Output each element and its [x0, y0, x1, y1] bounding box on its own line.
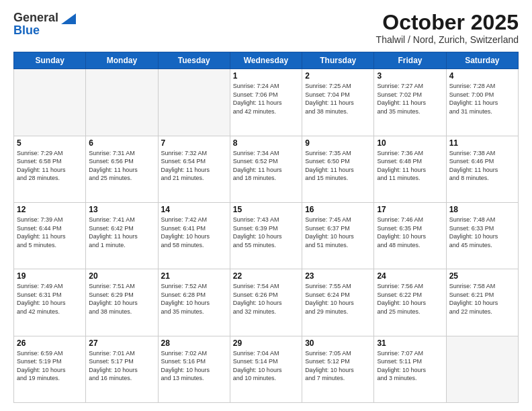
day-number: 9: [305, 138, 371, 148]
day-number: 29: [233, 338, 299, 348]
day-number: 26: [17, 338, 83, 348]
cell-text: Sunrise: 7:42 AM Sunset: 6:41 PM Dayligh…: [161, 216, 227, 249]
cell-text: Sunrise: 7:52 AM Sunset: 6:28 PM Dayligh…: [161, 282, 227, 316]
day-number: 3: [377, 71, 443, 81]
calendar-header-row: SundayMondayTuesdayWednesdayThursdayFrid…: [14, 52, 519, 69]
cell-text: Sunrise: 7:07 AM Sunset: 5:11 PM Dayligh…: [377, 349, 443, 383]
calendar-cell: 1Sunrise: 7:24 AM Sunset: 7:06 PM Daylig…: [230, 69, 302, 136]
cell-text: Sunrise: 7:25 AM Sunset: 7:04 PM Dayligh…: [305, 82, 371, 116]
cell-text: Sunrise: 7:45 AM Sunset: 6:37 PM Dayligh…: [305, 216, 371, 249]
day-number: 23: [305, 271, 371, 281]
cell-text: Sunrise: 7:01 AM Sunset: 5:17 PM Dayligh…: [89, 349, 154, 383]
cell-text: Sunrise: 7:41 AM Sunset: 6:42 PM Dayligh…: [89, 216, 154, 249]
calendar-cell: [14, 69, 86, 136]
calendar-cell: 16Sunrise: 7:45 AM Sunset: 6:37 PM Dayli…: [302, 202, 374, 269]
calendar-cell: 25Sunrise: 7:58 AM Sunset: 6:21 PM Dayli…: [446, 269, 518, 336]
calendar-cell: 26Sunrise: 6:59 AM Sunset: 5:19 PM Dayli…: [14, 336, 86, 402]
calendar-cell: 5Sunrise: 7:29 AM Sunset: 6:58 PM Daylig…: [14, 136, 86, 202]
calendar-cell: 9Sunrise: 7:35 AM Sunset: 6:50 PM Daylig…: [302, 136, 374, 202]
day-number: 27: [89, 338, 154, 348]
calendar-week-row: 19Sunrise: 7:49 AM Sunset: 6:31 PM Dayli…: [14, 269, 519, 336]
calendar-week-row: 5Sunrise: 7:29 AM Sunset: 6:58 PM Daylig…: [14, 136, 519, 202]
cell-text: Sunrise: 7:49 AM Sunset: 6:31 PM Dayligh…: [17, 282, 83, 316]
calendar-cell: 8Sunrise: 7:34 AM Sunset: 6:52 PM Daylig…: [230, 136, 302, 202]
day-number: 8: [233, 138, 299, 148]
calendar-cell: 3Sunrise: 7:27 AM Sunset: 7:02 PM Daylig…: [374, 69, 446, 136]
calendar-cell: [86, 69, 158, 136]
day-number: 5: [17, 138, 83, 148]
cell-text: Sunrise: 7:34 AM Sunset: 6:52 PM Dayligh…: [233, 149, 299, 183]
calendar-cell: 14Sunrise: 7:42 AM Sunset: 6:41 PM Dayli…: [158, 202, 230, 269]
calendar-cell: 15Sunrise: 7:43 AM Sunset: 6:39 PM Dayli…: [230, 202, 302, 269]
day-number: 14: [161, 205, 227, 214]
calendar-cell: 29Sunrise: 7:04 AM Sunset: 5:14 PM Dayli…: [230, 336, 302, 402]
day-number: 7: [161, 138, 227, 148]
cell-text: Sunrise: 7:51 AM Sunset: 6:29 PM Dayligh…: [89, 282, 154, 316]
cell-text: Sunrise: 7:48 AM Sunset: 6:33 PM Dayligh…: [449, 216, 515, 249]
calendar-week-row: 1Sunrise: 7:24 AM Sunset: 7:06 PM Daylig…: [14, 69, 519, 136]
header: General Blue October 2025 Thalwil / Nord…: [13, 11, 519, 45]
day-number: 28: [161, 338, 227, 348]
cell-text: Sunrise: 7:36 AM Sunset: 6:48 PM Dayligh…: [377, 149, 443, 183]
calendar-cell: 19Sunrise: 7:49 AM Sunset: 6:31 PM Dayli…: [14, 269, 86, 336]
calendar-cell: 12Sunrise: 7:39 AM Sunset: 6:44 PM Dayli…: [14, 202, 86, 269]
calendar-cell: 22Sunrise: 7:54 AM Sunset: 6:26 PM Dayli…: [230, 269, 302, 336]
day-number: 4: [449, 71, 515, 81]
cell-text: Sunrise: 7:04 AM Sunset: 5:14 PM Dayligh…: [233, 349, 299, 383]
subtitle: Thalwil / Nord, Zurich, Switzerland: [376, 34, 519, 45]
calendar-cell: 10Sunrise: 7:36 AM Sunset: 6:48 PM Dayli…: [374, 136, 446, 202]
day-number: 19: [17, 271, 83, 281]
calendar-day-header: Thursday: [302, 52, 374, 69]
cell-text: Sunrise: 7:31 AM Sunset: 6:56 PM Dayligh…: [89, 149, 154, 183]
day-number: 15: [233, 205, 299, 214]
calendar-cell: 24Sunrise: 7:56 AM Sunset: 6:22 PM Dayli…: [374, 269, 446, 336]
calendar-cell: 7Sunrise: 7:32 AM Sunset: 6:54 PM Daylig…: [158, 136, 230, 202]
day-number: 24: [377, 271, 443, 281]
day-number: 25: [449, 271, 515, 281]
calendar-week-row: 12Sunrise: 7:39 AM Sunset: 6:44 PM Dayli…: [14, 202, 519, 269]
calendar-cell: 27Sunrise: 7:01 AM Sunset: 5:17 PM Dayli…: [86, 336, 158, 402]
day-number: 20: [89, 271, 154, 281]
cell-text: Sunrise: 7:39 AM Sunset: 6:44 PM Dayligh…: [17, 216, 83, 249]
calendar-cell: 23Sunrise: 7:55 AM Sunset: 6:24 PM Dayli…: [302, 269, 374, 336]
cell-text: Sunrise: 6:59 AM Sunset: 5:19 PM Dayligh…: [17, 349, 83, 383]
day-number: 12: [17, 205, 83, 214]
calendar-day-header: Friday: [374, 52, 446, 69]
calendar-cell: 21Sunrise: 7:52 AM Sunset: 6:28 PM Dayli…: [158, 269, 230, 336]
day-number: 16: [305, 205, 371, 214]
calendar-cell: 20Sunrise: 7:51 AM Sunset: 6:29 PM Dayli…: [86, 269, 158, 336]
cell-text: Sunrise: 7:55 AM Sunset: 6:24 PM Dayligh…: [305, 282, 371, 316]
calendar-day-header: Saturday: [446, 52, 518, 69]
cell-text: Sunrise: 7:28 AM Sunset: 7:00 PM Dayligh…: [449, 82, 515, 116]
cell-text: Sunrise: 7:05 AM Sunset: 5:12 PM Dayligh…: [305, 349, 371, 383]
day-number: 21: [161, 271, 227, 281]
cell-text: Sunrise: 7:43 AM Sunset: 6:39 PM Dayligh…: [233, 216, 299, 249]
calendar-cell: 28Sunrise: 7:02 AM Sunset: 5:16 PM Dayli…: [158, 336, 230, 402]
calendar-cell: 31Sunrise: 7:07 AM Sunset: 5:11 PM Dayli…: [374, 336, 446, 402]
cell-text: Sunrise: 7:58 AM Sunset: 6:21 PM Dayligh…: [449, 282, 515, 316]
calendar-day-header: Sunday: [14, 52, 86, 69]
calendar-cell: 6Sunrise: 7:31 AM Sunset: 6:56 PM Daylig…: [86, 136, 158, 202]
cell-text: Sunrise: 7:27 AM Sunset: 7:02 PM Dayligh…: [377, 82, 443, 116]
calendar-cell: 4Sunrise: 7:28 AM Sunset: 7:00 PM Daylig…: [446, 69, 518, 136]
calendar-cell: 17Sunrise: 7:46 AM Sunset: 6:35 PM Dayli…: [374, 202, 446, 269]
day-number: 2: [305, 71, 371, 81]
calendar-cell: 18Sunrise: 7:48 AM Sunset: 6:33 PM Dayli…: [446, 202, 518, 269]
cell-text: Sunrise: 7:46 AM Sunset: 6:35 PM Dayligh…: [377, 216, 443, 249]
day-number: 17: [377, 205, 443, 214]
calendar-cell: [158, 69, 230, 136]
cell-text: Sunrise: 7:38 AM Sunset: 6:46 PM Dayligh…: [449, 149, 515, 183]
cell-text: Sunrise: 7:24 AM Sunset: 7:06 PM Dayligh…: [233, 82, 299, 116]
day-number: 31: [377, 338, 443, 348]
day-number: 18: [449, 205, 515, 214]
day-number: 30: [305, 338, 371, 348]
day-number: 6: [89, 138, 154, 148]
calendar-week-row: 26Sunrise: 6:59 AM Sunset: 5:19 PM Dayli…: [14, 336, 519, 402]
day-number: 10: [377, 138, 443, 148]
cell-text: Sunrise: 7:54 AM Sunset: 6:26 PM Dayligh…: [233, 282, 299, 316]
day-number: 13: [89, 205, 154, 214]
day-number: 22: [233, 271, 299, 281]
cell-text: Sunrise: 7:35 AM Sunset: 6:50 PM Dayligh…: [305, 149, 371, 183]
calendar-day-header: Wednesday: [230, 52, 302, 69]
calendar-cell: [446, 336, 518, 402]
